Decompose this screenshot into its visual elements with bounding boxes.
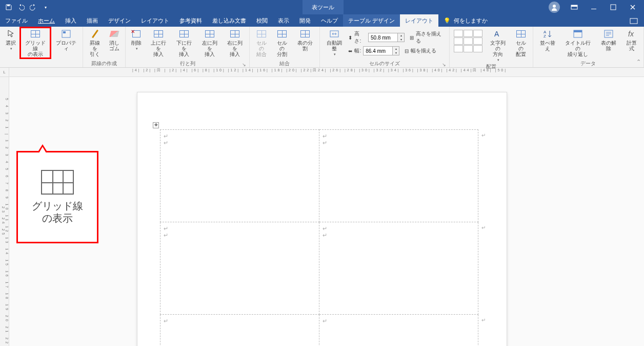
align-mc[interactable] bbox=[464, 37, 473, 45]
convert-to-text-button[interactable]: 表の解除 bbox=[596, 28, 621, 52]
align-mr[interactable] bbox=[473, 37, 482, 45]
formula-label: 計算式 bbox=[624, 40, 639, 51]
split-table-button[interactable]: 表の分割 bbox=[293, 28, 317, 52]
insert-left-label: 左に列を 挿入 bbox=[199, 40, 220, 57]
document-page[interactable]: ✥ ↵↵ ↵↵ ↵↵ ↵↵ ↵ ↵ ↵ ↵ bbox=[137, 92, 507, 346]
align-bc[interactable] bbox=[464, 45, 473, 52]
table-move-handle[interactable]: ✥ bbox=[153, 122, 159, 128]
repeat-header-label: タイトル行の 繰り返し bbox=[563, 40, 594, 57]
qat-customize-button[interactable]: ▾ bbox=[41, 3, 50, 12]
share-button[interactable] bbox=[623, 14, 644, 27]
insert-right-label: 右に列を 挿入 bbox=[225, 40, 245, 57]
width-up[interactable]: ▴ bbox=[393, 47, 399, 51]
tab-home[interactable]: ホーム bbox=[33, 14, 60, 27]
distribute-rows-button[interactable]: 高さを揃える bbox=[416, 30, 446, 45]
insert-below-label: 下に行を 挿入 bbox=[174, 40, 194, 57]
tab-review[interactable]: 校閲 bbox=[251, 14, 273, 27]
table-cell[interactable]: ↵↵ bbox=[160, 222, 319, 315]
tab-table-design[interactable]: テーブル デザイン bbox=[343, 14, 400, 27]
rowscols-launcher[interactable]: ↘ bbox=[242, 62, 246, 67]
tab-help[interactable]: ヘルプ bbox=[316, 14, 343, 27]
tab-developer[interactable]: 開発 bbox=[294, 14, 316, 27]
group-align-label: 配置 bbox=[486, 64, 496, 69]
insert-right-button[interactable]: 右に列を 挿入 bbox=[223, 28, 247, 58]
row-end-mark-icon: ↵ bbox=[481, 132, 486, 138]
svg-rect-6 bbox=[630, 18, 637, 24]
delete-button[interactable]: 削除 bbox=[128, 28, 145, 52]
sort-label: 並べ替え bbox=[537, 40, 558, 51]
view-gridlines-button[interactable]: グリッド線 の表示 bbox=[21, 28, 50, 58]
redo-button[interactable] bbox=[29, 3, 38, 12]
tab-design[interactable]: デザイン bbox=[103, 14, 136, 27]
align-bl[interactable] bbox=[454, 45, 463, 52]
table-cell[interactable]: ↵ bbox=[160, 315, 319, 347]
insert-above-button[interactable]: 上に行を 挿入 bbox=[146, 28, 171, 58]
cell-alignment-grid bbox=[454, 30, 482, 52]
cell-margins-button[interactable]: セルの 配置 bbox=[511, 28, 531, 58]
align-br[interactable] bbox=[473, 45, 482, 52]
height-up[interactable]: ▴ bbox=[398, 33, 404, 37]
svg-text:Z: Z bbox=[544, 34, 546, 39]
autofit-button[interactable]: 自動調整 bbox=[322, 28, 347, 57]
table-tools-label: 表ツール bbox=[303, 0, 344, 14]
table-cell[interactable]: ↵↵ bbox=[319, 222, 478, 315]
minimize-button[interactable] bbox=[585, 0, 603, 14]
row-height-input[interactable]: ▴▾ bbox=[368, 33, 405, 42]
tell-me-placeholder: 何をしますか bbox=[454, 17, 488, 25]
merge-cells-button[interactable]: セルの 結合 bbox=[252, 28, 271, 58]
width-down[interactable]: ▾ bbox=[393, 51, 399, 55]
draw-table-label: 罫線を 引く bbox=[87, 40, 103, 57]
save-button[interactable] bbox=[4, 3, 13, 12]
col-width-input[interactable]: ▴▾ bbox=[363, 46, 399, 55]
document-table[interactable]: ↵↵ ↵↵ ↵↵ ↵↵ ↵ ↵ bbox=[160, 129, 478, 346]
height-label: 高さ: bbox=[354, 30, 366, 45]
draw-table-button[interactable]: 罫線を 引く bbox=[85, 28, 105, 58]
formula-button[interactable]: fx計算式 bbox=[622, 28, 641, 52]
align-tl[interactable] bbox=[454, 30, 463, 37]
lightbulb-icon: 💡 bbox=[444, 17, 451, 24]
width-label: 幅: bbox=[354, 47, 361, 54]
svg-rect-8 bbox=[63, 31, 66, 33]
cell-margins-label: セルの 配置 bbox=[513, 40, 529, 57]
split-cells-button[interactable]: セルの 分割 bbox=[272, 28, 292, 58]
tab-mailings[interactable]: 差し込み文書 bbox=[207, 14, 251, 27]
group-rowscols-label: 行と列 bbox=[180, 61, 195, 66]
table-cell[interactable]: ↵↵ bbox=[160, 130, 319, 222]
callout-caption: グリッド線 の表示 bbox=[32, 200, 83, 224]
tab-insert[interactable]: 挿入 bbox=[60, 14, 82, 27]
close-button[interactable] bbox=[623, 0, 642, 14]
svg-rect-4 bbox=[591, 9, 596, 9]
select-button[interactable]: 選択 bbox=[2, 28, 19, 52]
undo-button[interactable] bbox=[16, 3, 26, 12]
tab-file[interactable]: ファイル bbox=[0, 14, 33, 27]
horizontal-ruler[interactable]: |4| |2| |田 | |2| |4| |6| |8| |10| |12| |… bbox=[9, 68, 644, 77]
tab-references[interactable]: 参考資料 bbox=[174, 14, 207, 27]
vertical-ruler[interactable]: 5 4 3 2 1 | 1 2 3 4 5 6 7 8 9 10 11 12 1… bbox=[0, 77, 9, 346]
tab-table-layout[interactable]: レイアウト bbox=[400, 14, 438, 27]
insert-left-button[interactable]: 左に列を 挿入 bbox=[197, 28, 222, 58]
align-ml[interactable] bbox=[454, 37, 463, 45]
align-tc[interactable] bbox=[464, 30, 473, 37]
insert-above-label: 上に行を 挿入 bbox=[148, 40, 169, 57]
insert-below-button[interactable]: 下に行を 挿入 bbox=[172, 28, 196, 58]
ribbon-display-options-button[interactable] bbox=[565, 0, 583, 14]
repeat-header-button[interactable]: タイトル行の 繰り返し bbox=[561, 28, 596, 58]
sort-button[interactable]: AZ並べ替え bbox=[535, 28, 560, 52]
ribbon: 選択 グリッド線 の表示 プロパティ 罫線を 引く 消し ゴム 罫線の作成 削除… bbox=[0, 27, 644, 68]
tell-me-search[interactable]: 💡 何をしますか bbox=[438, 14, 493, 27]
maximize-button[interactable] bbox=[604, 0, 622, 14]
tab-layout[interactable]: レイアウト bbox=[136, 14, 174, 27]
height-down[interactable]: ▾ bbox=[398, 37, 404, 42]
table-cell[interactable]: ↵ bbox=[319, 315, 478, 347]
properties-button[interactable]: プロパティ bbox=[51, 28, 81, 52]
account-avatar[interactable] bbox=[549, 2, 560, 13]
text-direction-button[interactable]: A文字列の 方向 bbox=[486, 28, 510, 63]
cellsize-launcher[interactable]: ↘ bbox=[442, 62, 446, 67]
collapse-ribbon-button[interactable]: ⌃ bbox=[636, 59, 641, 65]
tab-view[interactable]: 表示 bbox=[273, 14, 294, 27]
align-tr[interactable] bbox=[473, 30, 482, 37]
tab-draw[interactable]: 描画 bbox=[82, 14, 103, 27]
table-cell[interactable]: ↵↵ bbox=[319, 130, 478, 222]
eraser-button[interactable]: 消し ゴム bbox=[106, 28, 123, 52]
distribute-cols-button[interactable]: 幅を揃える bbox=[411, 47, 436, 54]
